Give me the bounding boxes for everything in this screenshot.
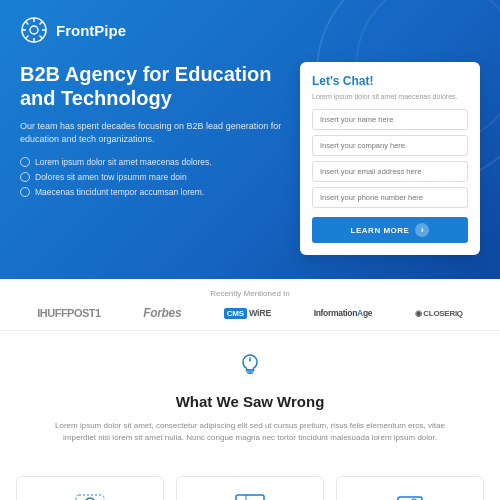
wrong-body: Lorem ipsum dolor sit amet, consectetur … — [40, 420, 460, 444]
chat-card: Let's Chat! Lorem ipsum dolor sit amet m… — [300, 62, 480, 255]
hero-left: B2B Agency for Education and Technology … — [20, 62, 284, 202]
hero-subtext: Our team has spent decades focusing on B… — [20, 120, 284, 145]
svg-line-8 — [40, 22, 43, 25]
cms-logo: CMS WiRE — [224, 308, 271, 318]
hero-bullets: Lorem ipsum dolor sit amet maecenas dolo… — [20, 157, 284, 197]
arrow-icon: › — [415, 223, 429, 237]
svg-line-9 — [26, 36, 29, 39]
svg-rect-11 — [248, 372, 253, 374]
bullet-2: Dolores sit amen tow ipsumm mare doin — [20, 172, 284, 182]
lightbulb-icon — [20, 351, 480, 385]
learn-more-button[interactable]: LEARN MORE › — [312, 217, 468, 243]
svg-line-7 — [40, 36, 43, 39]
svg-point-1 — [30, 26, 38, 34]
bullet-dot-2 — [20, 172, 30, 182]
pillar-card-2: Pillar #2 Data Driven Campaign Lorem ips… — [176, 476, 324, 500]
press-logos: IHUFFPOST1 Forbes CMS WiRE InformationAg… — [20, 306, 480, 320]
chat-title: Let's Chat! — [312, 74, 468, 88]
hero-section: FrontPipe B2B Agency for Education and T… — [0, 0, 500, 279]
bullet-3: Maecenas tincidunt tempor accumsan lorem… — [20, 187, 284, 197]
press-bar: Recently Mentioned In IHUFFPOST1 Forbes … — [0, 279, 500, 331]
svg-line-6 — [26, 22, 29, 25]
company-input[interactable] — [312, 135, 468, 156]
svg-rect-15 — [236, 495, 264, 500]
bullet-dot-1 — [20, 157, 30, 167]
hero-headline: B2B Agency for Education and Technology — [20, 62, 284, 110]
closeriq-logo: ◉ CLOSERIQ — [415, 309, 463, 318]
logo-icon — [20, 16, 48, 44]
logo-text: FrontPipe — [56, 22, 126, 39]
chat-desc: Lorem ipsum dolor sit amet maecenas dolo… — [312, 92, 468, 101]
navbar: FrontPipe — [20, 16, 480, 44]
email-input[interactable] — [312, 161, 468, 182]
huffpost-logo: IHUFFPOST1 — [37, 307, 100, 319]
data-icon — [187, 491, 313, 500]
bullet-dot-3 — [20, 187, 30, 197]
phone-input[interactable] — [312, 187, 468, 208]
persona-icon — [27, 491, 153, 500]
wrong-section: What We Saw Wrong Lorem ipsum dolor sit … — [0, 331, 500, 460]
bullet-1: Lorem ipsum dolor sit amet maecenas dolo… — [20, 157, 284, 167]
name-input[interactable] — [312, 109, 468, 130]
forbes-logo: Forbes — [143, 306, 181, 320]
pillars-section: Pillar #1 Buyer Persona Targeting Lorem … — [0, 460, 500, 500]
infoage-logo: InformationAge — [314, 308, 373, 318]
automation-icon — [347, 491, 473, 500]
press-label: Recently Mentioned In — [20, 289, 480, 298]
wrong-title: What We Saw Wrong — [20, 393, 480, 410]
pillar-card-1: Pillar #1 Buyer Persona Targeting Lorem … — [16, 476, 164, 500]
pillar-card-3: Pillar #3 Marketing Automation Inclusion… — [336, 476, 484, 500]
